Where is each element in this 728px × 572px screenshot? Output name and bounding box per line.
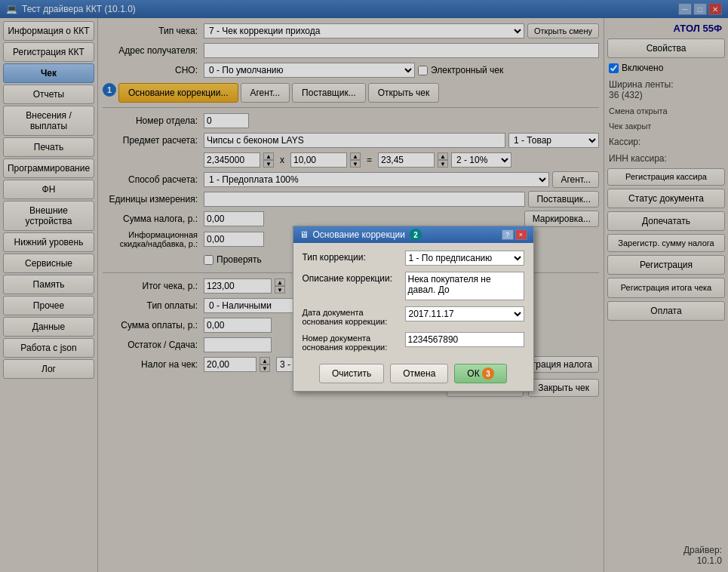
modal-icon: 🖥 (299, 229, 309, 240)
corr-desc-input[interactable]: Нека покупателя не давал. До (405, 272, 524, 300)
cancel-button[interactable]: Отмена (390, 364, 448, 383)
modal-help-button[interactable]: ? (502, 229, 514, 240)
modal-close-button[interactable]: × (515, 229, 527, 240)
modal-num: 2 (410, 229, 422, 241)
corr-type-label: Тип коррекции: (303, 251, 401, 263)
ok-button[interactable]: ОК 3 (454, 364, 507, 383)
corr-date-row: Дата документа основания коррекции: 2017… (303, 306, 524, 326)
modal-title-bar: 🖥 Основание коррекции 2 ? × (293, 226, 533, 243)
modal-footer: Очистить Отмена ОК 3 (293, 359, 533, 391)
corr-num-row: Номер документа основания коррекции: (303, 332, 524, 352)
ok-num: 3 (482, 367, 494, 380)
modal-overlay: 🖥 Основание коррекции 2 ? × Тип коррекци… (0, 0, 728, 572)
corr-date-label: Дата документа основания коррекции: (303, 306, 401, 326)
corr-num-label: Номер документа основания коррекции: (303, 332, 401, 352)
corr-desc-row: Описание коррекции: Нека покупателя не д… (303, 272, 524, 300)
clear-button[interactable]: Очистить (319, 364, 384, 383)
corr-desc-label: Описание коррекции: (303, 272, 401, 284)
corr-date-select[interactable]: 2017.11.17 (405, 306, 524, 321)
corr-type-select[interactable]: 1 - По предписанию (405, 251, 524, 266)
corr-num-input[interactable] (405, 332, 524, 347)
modal-title: Основание коррекции (313, 229, 406, 240)
modal-window: 🖥 Основание коррекции 2 ? × Тип коррекци… (293, 226, 534, 392)
corr-type-row: Тип коррекции: 1 - По предписанию (303, 251, 524, 266)
modal-body: Тип коррекции: 1 - По предписанию Описан… (293, 243, 533, 359)
